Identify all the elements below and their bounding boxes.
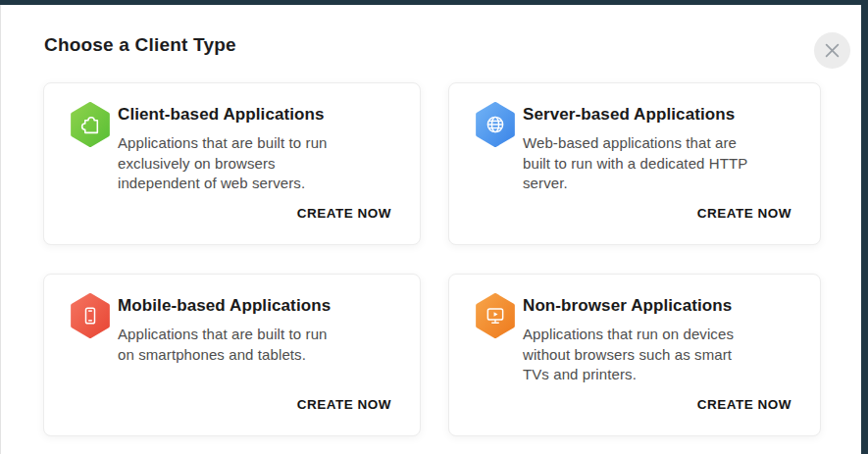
client-type-dialog: Choose a Client Type Client-based Applic… xyxy=(0,5,861,454)
page-title: Choose a Client Type xyxy=(44,34,236,56)
create-now-button-client-based[interactable]: CREATE NOW xyxy=(297,206,391,221)
create-now-button-mobile-based[interactable]: CREATE NOW xyxy=(297,397,391,412)
client-type-cards: Client-based Applications Applications t… xyxy=(43,82,821,436)
card-description: Applications that are built to run exclu… xyxy=(118,133,328,194)
card-server-based-applications[interactable]: Server-based Applications Web-based appl… xyxy=(448,82,821,245)
close-icon xyxy=(825,43,840,58)
card-mobile-based-applications[interactable]: Mobile-based Applications Applications t… xyxy=(43,274,421,436)
card-description: Applications that run on devices without… xyxy=(523,325,734,385)
monitor-icon xyxy=(475,293,516,338)
create-now-button-non-browser[interactable]: CREATE NOW xyxy=(697,397,791,412)
card-non-browser-applications[interactable]: Non-browser Applications Applications th… xyxy=(448,274,821,436)
card-title: Server-based Applications xyxy=(523,105,735,125)
smartphone-icon xyxy=(70,293,111,338)
card-description: Applications that are built to run on sm… xyxy=(118,325,328,365)
card-title: Mobile-based Applications xyxy=(118,296,331,316)
puzzle-icon xyxy=(70,102,111,147)
globe-icon xyxy=(475,102,516,147)
card-description: Web-based applications that are built to… xyxy=(523,133,747,194)
card-title: Non-browser Applications xyxy=(523,296,732,316)
close-button[interactable] xyxy=(814,32,850,69)
create-now-button-server-based[interactable]: CREATE NOW xyxy=(697,206,791,221)
card-client-based-applications[interactable]: Client-based Applications Applications t… xyxy=(43,82,421,245)
card-title: Client-based Applications xyxy=(118,105,325,125)
